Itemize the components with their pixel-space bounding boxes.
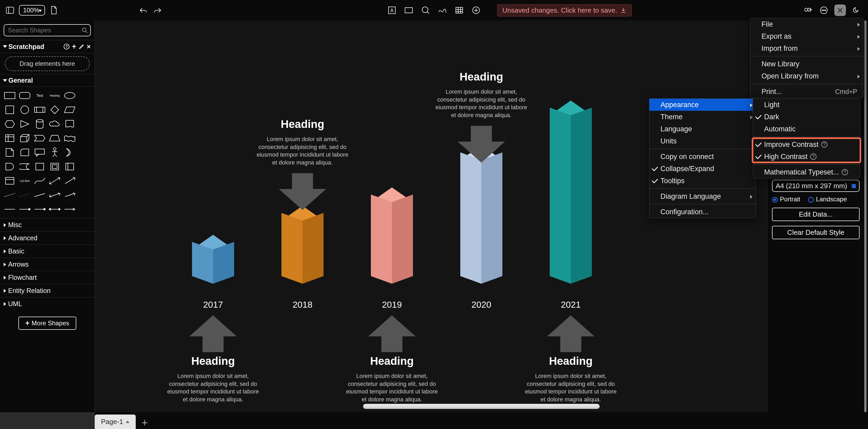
shape-rounded[interactable]: [18, 90, 32, 101]
shape-blank6[interactable]: [78, 161, 91, 172]
shape-process[interactable]: [33, 104, 46, 116]
unsaved-changes-banner[interactable]: Unsaved changes. Click here to save.: [497, 4, 632, 17]
shape-cylinder[interactable]: [33, 118, 46, 130]
shape-or[interactable]: [63, 147, 76, 158]
shape-list[interactable]: [3, 175, 17, 187]
appearance-math-typeset[interactable]: Mathematical Typeset...?: [753, 166, 860, 178]
menu-open-library-from[interactable]: Open Library from: [750, 70, 863, 82]
shape-step[interactable]: [33, 133, 46, 144]
shape-container[interactable]: [33, 161, 46, 172]
text-tool-button[interactable]: A: [386, 5, 397, 16]
menu-file[interactable]: File: [750, 18, 863, 30]
shape-listitem[interactable]: List Item: [18, 175, 32, 187]
shape-datastore[interactable]: [18, 161, 32, 172]
add-page-button[interactable]: +: [138, 417, 151, 429]
shape-tape[interactable]: [63, 133, 76, 144]
shape-hex[interactable]: [3, 118, 17, 130]
shape-trap[interactable]: [48, 133, 61, 144]
shape-dotted[interactable]: [18, 189, 32, 201]
shape-ellipse[interactable]: [63, 90, 76, 101]
zoom-select[interactable]: 100%: [19, 5, 45, 16]
shape-curve[interactable]: [33, 175, 46, 187]
menu-copy-on-connect[interactable]: Copy on connect: [649, 150, 756, 163]
help-icon[interactable]: ?: [810, 153, 816, 160]
help-icon[interactable]: ?: [842, 169, 848, 175]
shape-blank[interactable]: [78, 90, 91, 101]
shape-cloud[interactable]: [48, 118, 61, 130]
help-icon[interactable]: ?: [63, 44, 70, 50]
shape-blank3[interactable]: [78, 118, 91, 130]
shape-oarrow[interactable]: [63, 189, 76, 201]
appearance-automatic[interactable]: Automatic: [753, 123, 860, 135]
menu-units[interactable]: Units: [649, 135, 756, 147]
shape-dashed[interactable]: [3, 189, 17, 201]
category-misc[interactable]: Misc: [0, 218, 94, 231]
shape-conn1[interactable]: [3, 203, 17, 215]
shape-text[interactable]: Text: [33, 90, 46, 101]
menu-tooltips[interactable]: Tooltips: [649, 175, 756, 187]
theme-toggle-button[interactable]: [851, 5, 862, 16]
page-tab-1[interactable]: Page-1: [95, 414, 136, 429]
toggle-sidebar-button[interactable]: [5, 5, 15, 16]
category-entity-relation[interactable]: Entity Relation: [0, 284, 94, 297]
orientation-portrait[interactable]: Portrait: [772, 196, 800, 203]
scratchpad-dropzone[interactable]: Drag elements here: [5, 56, 90, 71]
shape-biarrow[interactable]: [48, 175, 61, 187]
shape-and[interactable]: [3, 161, 17, 172]
shape-parallelogram[interactable]: [63, 104, 76, 116]
shape-arrow[interactable]: [63, 175, 76, 187]
shape-diamond[interactable]: [48, 104, 61, 116]
menu-import-from[interactable]: Import from: [750, 42, 863, 55]
shape-actor[interactable]: [48, 147, 61, 158]
shape-triangle[interactable]: [18, 118, 32, 130]
menu-configuration[interactable]: Configuration...: [649, 206, 756, 218]
shape-biline[interactable]: [48, 189, 61, 201]
orientation-landscape[interactable]: Landscape: [808, 196, 847, 203]
appearance-improve-contrast[interactable]: Improve Contrast?: [753, 138, 860, 150]
table-tool-button[interactable]: [454, 5, 465, 16]
search-shapes-input[interactable]: [4, 24, 91, 36]
shape-square[interactable]: [3, 104, 17, 116]
category-arrows[interactable]: Arrows: [0, 258, 94, 271]
shape-line[interactable]: [33, 189, 46, 201]
shape-blank4[interactable]: [78, 133, 91, 144]
shape-callout[interactable]: [33, 147, 46, 158]
category-advanced[interactable]: Advanced: [0, 231, 94, 245]
menu-new-library[interactable]: New Library: [750, 58, 863, 70]
share-button[interactable]: [803, 5, 813, 16]
shape-blank7[interactable]: [78, 175, 91, 187]
shape-note[interactable]: [3, 147, 17, 158]
more-shapes-button[interactable]: + More Shapes: [19, 317, 76, 330]
appearance-light[interactable]: Light: [753, 99, 860, 111]
shape-card[interactable]: [18, 147, 32, 158]
edit-data-button[interactable]: Edit Data...: [772, 208, 860, 221]
shape-blank5[interactable]: [78, 147, 91, 158]
shape-blank8[interactable]: [78, 189, 91, 201]
appearance-high-contrast[interactable]: High Contrast?: [753, 150, 860, 163]
rect-tool-button[interactable]: [403, 5, 414, 16]
general-header[interactable]: General: [0, 74, 94, 87]
freehand-tool-button[interactable]: [437, 5, 448, 16]
shape-rect[interactable]: [3, 90, 17, 101]
shape-frame[interactable]: [48, 161, 61, 172]
category-uml[interactable]: UML: [0, 297, 94, 310]
menu-appearance[interactable]: Appearance: [649, 99, 756, 111]
shape-heading[interactable]: Heading: [48, 90, 61, 101]
menu-print[interactable]: Print...Cmd+P: [750, 86, 863, 98]
shape-blank2[interactable]: [78, 104, 91, 116]
shape-conn3[interactable]: [33, 203, 46, 215]
shape-doc[interactable]: [63, 118, 76, 130]
menu-theme[interactable]: Theme: [649, 111, 756, 123]
shape-internal[interactable]: [3, 133, 17, 144]
new-page-button[interactable]: [49, 5, 59, 16]
appearance-dark[interactable]: Dark: [753, 111, 860, 123]
more-menu-button[interactable]: [818, 5, 829, 16]
shape-conn2[interactable]: [18, 203, 32, 215]
shape-hcontainer[interactable]: [63, 161, 76, 172]
paper-size-select[interactable]: A4 (210 mm x 297 mm): [772, 180, 860, 192]
category-basic[interactable]: Basic: [0, 245, 94, 258]
menu-language[interactable]: Language: [649, 123, 756, 135]
menu-export-as[interactable]: Export as: [750, 30, 863, 42]
shape-cube[interactable]: [18, 133, 32, 144]
help-icon[interactable]: ?: [821, 141, 828, 148]
